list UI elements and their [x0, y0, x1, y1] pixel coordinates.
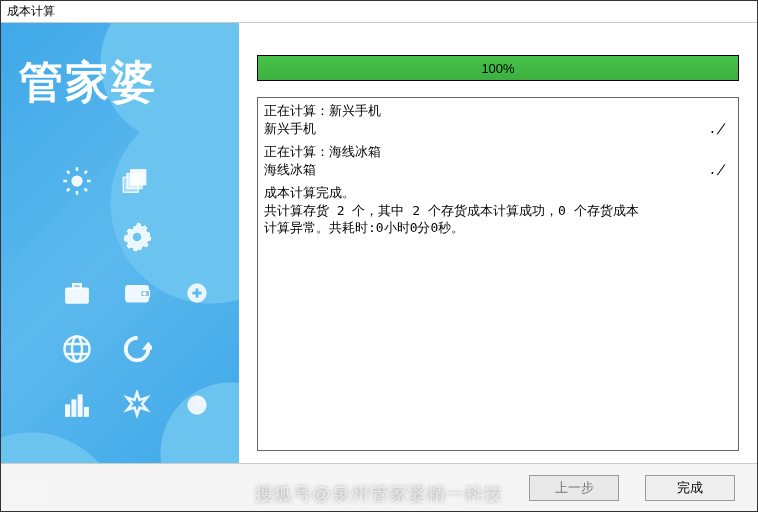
check-icon: ./ — [708, 120, 732, 138]
svg-line-8 — [85, 171, 88, 174]
svg-line-6 — [85, 189, 88, 192]
sidebar-icon-grid — [47, 153, 207, 433]
svg-rect-11 — [123, 177, 138, 192]
gear-icon — [120, 220, 154, 254]
svg-point-16 — [143, 292, 146, 295]
finish-button[interactable]: 完成 — [645, 475, 735, 501]
titlebar: 成本计算 — [1, 1, 757, 23]
stack-icon — [120, 164, 154, 198]
button-row: 上一步 完成 — [1, 463, 757, 511]
svg-rect-25 — [72, 400, 76, 416]
briefcase-icon — [60, 276, 94, 310]
svg-rect-12 — [66, 288, 89, 303]
blank — [180, 164, 214, 198]
window-title: 成本计算 — [7, 3, 55, 20]
blank — [180, 220, 214, 254]
window: 成本计算 管家婆 — [0, 0, 758, 512]
globe-icon — [60, 332, 94, 366]
brand-logo: 管家婆 — [19, 53, 157, 112]
blank — [60, 220, 94, 254]
svg-rect-27 — [85, 408, 89, 417]
svg-point-20 — [65, 337, 90, 362]
svg-point-21 — [72, 337, 82, 362]
svg-rect-13 — [73, 284, 81, 288]
progress-label: 100% — [258, 56, 738, 80]
log-line: 正在计算：海线冰箱 — [264, 143, 732, 161]
log-done: 成本计算完成。 — [264, 184, 732, 202]
main-pane: 100% 正在计算：新兴手机 新兴手机 ./ 正在计算：海线冰箱 海线冰箱 ./… — [239, 23, 757, 463]
blank — [180, 332, 214, 366]
sun-icon — [60, 164, 94, 198]
svg-point-0 — [72, 176, 82, 186]
wallet-icon — [120, 276, 154, 310]
sidebar: 管家婆 — [1, 23, 239, 463]
svg-rect-26 — [78, 395, 82, 416]
pie-icon — [180, 388, 214, 422]
bars-icon — [60, 388, 94, 422]
progress-bar-container: 100% — [257, 55, 739, 81]
svg-line-7 — [67, 189, 70, 192]
star-icon — [120, 388, 154, 422]
undo-icon — [120, 332, 154, 366]
check-icon: ./ — [708, 161, 732, 179]
log-line: 新兴手机 ./ — [264, 120, 732, 138]
plus-icon — [180, 276, 214, 310]
log-summary: 共计算存货 2 个，其中 2 个存货成本计算成功，0 个存货成本 — [264, 202, 732, 220]
log-line: 正在计算：新兴手机 — [264, 102, 732, 120]
svg-rect-24 — [66, 405, 70, 416]
svg-line-5 — [67, 171, 70, 174]
log-summary: 计算异常。共耗时:0小时0分0秒。 — [264, 219, 732, 237]
prev-button[interactable]: 上一步 — [529, 475, 619, 501]
log-textarea[interactable]: 正在计算：新兴手机 新兴手机 ./ 正在计算：海线冰箱 海线冰箱 ./ 成本计算… — [257, 97, 739, 451]
log-line: 海线冰箱 ./ — [264, 161, 732, 179]
body: 管家婆 — [1, 23, 757, 463]
